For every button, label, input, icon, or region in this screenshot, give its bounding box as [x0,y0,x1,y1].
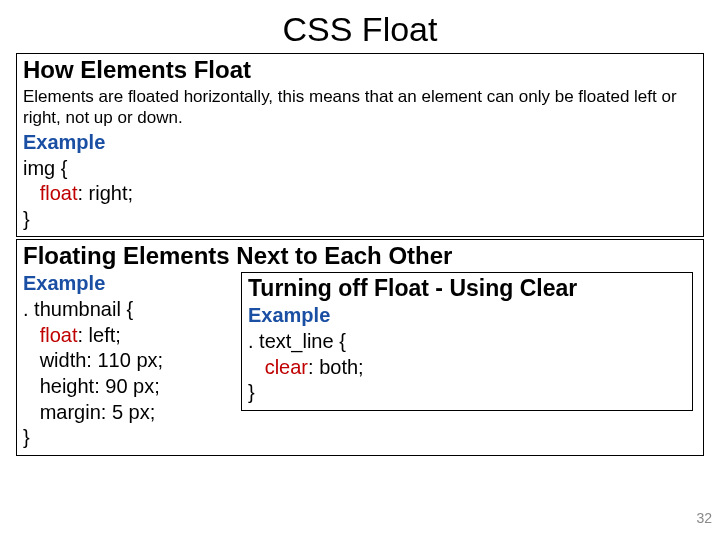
heading-floating-next: Floating Elements Next to Each Other [23,242,697,270]
page-title: CSS Float [0,0,720,53]
section-turning-off-float: Turning off Float - Using Clear Example … [241,272,693,411]
code-example-2: . thumbnail { float: left; width: 110 px… [23,297,233,451]
heading-how-float: How Elements Float [23,56,697,84]
paragraph-how-float: Elements are floated horizontally, this … [23,86,697,129]
code-keyword-2: float [40,324,78,346]
example-label-2: Example [23,272,233,295]
code-example-1: img { float: right; } [23,156,697,233]
code-example-3: . text_line { clear: both; } [248,329,686,406]
code-keyword-1: float [40,182,78,204]
code-keyword-3: clear [265,356,308,378]
example-label-3: Example [248,304,686,327]
example-label-1: Example [23,131,697,154]
heading-clear: Turning off Float - Using Clear [248,275,686,302]
section-how-elements-float: How Elements Float Elements are floated … [16,53,704,237]
slide: CSS Float How Elements Float Elements ar… [0,0,720,540]
section-floating-next: Floating Elements Next to Each Other Exa… [16,239,704,456]
page-number: 32 [696,510,712,526]
